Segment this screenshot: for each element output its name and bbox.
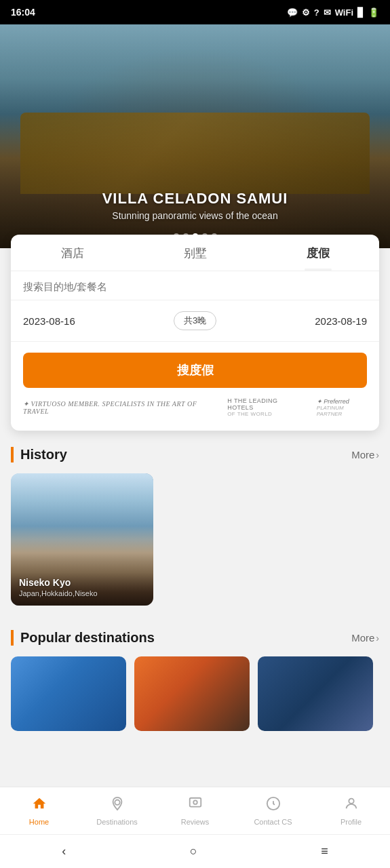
home-button[interactable]: ○ (170, 837, 218, 865)
hero-subtitle: Stunning panoramic views of the ocean (0, 210, 390, 221)
tab-bar: 酒店 别墅 度假 (11, 235, 379, 271)
history-header: History More › (11, 447, 379, 462)
hero-banner: VILLA CELADON SAMUI Stunning panoramic v… (0, 24, 390, 248)
svg-rect-1 (189, 797, 201, 806)
popular-row (11, 656, 379, 736)
svg-point-2 (193, 800, 197, 804)
status-time: 16:04 (11, 7, 35, 18)
search-card: 酒店 别墅 度假 2023-08-16 共3晚 2023-08-19 搜度假 ✦… (11, 235, 379, 431)
chevron-right-icon: › (376, 450, 379, 460)
signal-icon: ▊ (357, 7, 364, 18)
date-end[interactable]: 2023-08-19 (315, 315, 367, 327)
main-scroll: VILLA CELADON SAMUI Stunning panoramic v… (0, 24, 390, 833)
nav-destinations-label: Destinations (96, 818, 138, 826)
history-section: History More › Niseko Kyo Japan,Hokkaido… (0, 431, 390, 614)
dest-card-2[interactable] (258, 656, 373, 731)
history-more-label: More (351, 449, 374, 460)
chevron-right-icon-2: › (376, 633, 379, 644)
back-button[interactable]: ‹ (41, 837, 86, 865)
date-start[interactable]: 2023-08-16 (23, 315, 75, 327)
history-card-info: Niseko Kyo Japan,Hokkaido,Niseko (19, 577, 98, 597)
history-more-link[interactable]: More › (351, 449, 379, 460)
nav-reviews[interactable]: Reviews (156, 791, 234, 831)
wifi-icon: WiFi (335, 7, 353, 18)
contact-icon (266, 796, 281, 815)
popular-header: Popular destinations More › (11, 630, 379, 646)
nights-badge[interactable]: 共3晚 (174, 311, 216, 330)
nav-contact[interactable]: Contact CS (234, 791, 312, 831)
partner-preferred: ✦ Preferred PLATINUM PARTNER (317, 398, 367, 417)
history-card-0[interactable]: Niseko Kyo Japan,Hokkaido,Niseko (11, 473, 153, 606)
nav-profile-label: Profile (340, 818, 362, 826)
nav-home-label: Home (29, 818, 49, 826)
partner-virtuoso: ✦ VIRTUOSO MEMBER. SPECIALISTS IN THE AR… (23, 400, 211, 415)
history-hotel-name: Niseko Kyo (19, 577, 98, 588)
svg-point-4 (349, 798, 353, 803)
system-nav-bar: ‹ ○ ≡ (0, 834, 390, 868)
help-icon: ? (314, 7, 319, 18)
nav-reviews-label: Reviews (181, 818, 210, 826)
menu-button[interactable]: ≡ (300, 837, 349, 865)
home-icon (32, 796, 47, 815)
partners-row: ✦ VIRTUOSO MEMBER. SPECIALISTS IN THE AR… (11, 388, 379, 417)
reviews-icon (188, 796, 203, 815)
partner-lhw-sub: OF THE WORLD (227, 411, 300, 417)
history-hotel-location: Japan,Hokkaido,Niseko (19, 589, 98, 597)
partner-lhw: H THE LEADING HOTELS OF THE WORLD (227, 397, 300, 417)
settings-icon: ⚙ (302, 7, 310, 18)
tab-hotel[interactable]: 酒店 (11, 235, 134, 271)
mail-icon: ✉ (324, 7, 331, 18)
status-bar: 16:04 💬 ⚙ ? ✉ WiFi ▊ 🔋 (0, 0, 390, 24)
search-input[interactable] (23, 281, 367, 292)
dest-card-1[interactable] (134, 656, 250, 731)
nav-home[interactable]: Home (0, 791, 78, 831)
search-button[interactable]: 搜度假 (23, 353, 367, 388)
history-title: History (11, 447, 67, 462)
popular-more-link[interactable]: More › (351, 632, 379, 644)
partner-virtuoso-sub: SPECIALISTS IN THE ART OF TRAVEL (23, 400, 197, 415)
popular-title: Popular destinations (11, 630, 155, 646)
destinations-icon (110, 796, 125, 815)
nav-contact-label: Contact CS (254, 818, 292, 826)
nav-destinations[interactable]: Destinations (78, 791, 156, 831)
hero-title: VILLA CELADON SAMUI (0, 190, 390, 208)
status-icons: 💬 ⚙ ? ✉ WiFi ▊ 🔋 (287, 7, 379, 18)
dest-card-0[interactable] (11, 656, 126, 731)
partner-preferred-sub: PLATINUM PARTNER (317, 405, 367, 417)
bottom-nav: Home Destinations Reviews Contact CS Pro… (0, 787, 390, 834)
profile-icon (344, 796, 359, 815)
tab-villa[interactable]: 别墅 (134, 235, 256, 271)
message-icon: 💬 (287, 7, 298, 18)
svg-point-0 (115, 800, 119, 804)
tab-vacation[interactable]: 度假 (256, 235, 379, 271)
battery-icon: 🔋 (368, 7, 379, 18)
hero-title-block: VILLA CELADON SAMUI Stunning panoramic v… (0, 190, 390, 221)
popular-more-label: More (351, 632, 374, 644)
nav-profile[interactable]: Profile (312, 791, 390, 831)
date-row: 2023-08-16 共3晚 2023-08-19 (11, 300, 379, 342)
search-input-row[interactable] (11, 271, 379, 300)
popular-section: Popular destinations More › (0, 614, 390, 745)
